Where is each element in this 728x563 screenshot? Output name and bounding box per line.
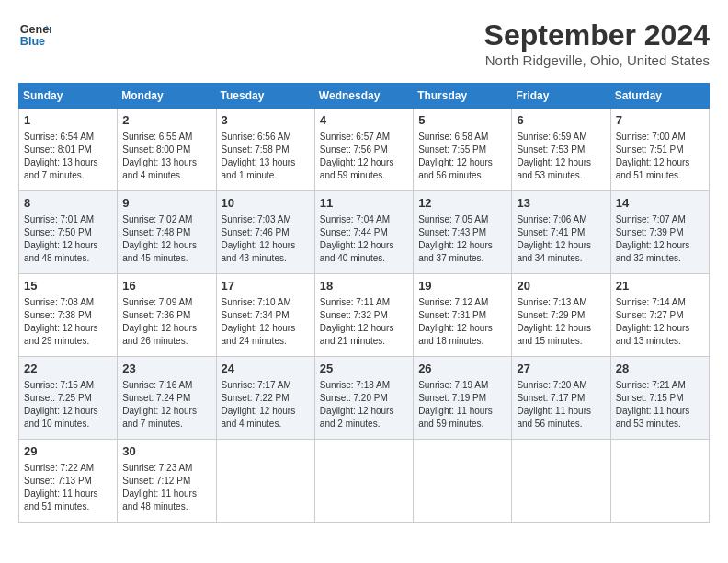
sunset-text: Sunset: 7:15 PM — [616, 393, 684, 403]
sunrise-text: Sunrise: 7:13 AM — [517, 297, 586, 307]
daylight-text: and 10 minutes. — [24, 419, 89, 429]
logo-icon: General Blue — [18, 18, 51, 52]
day-number: 20 — [517, 278, 605, 294]
day-info: Sunrise: 6:56 AMSunset: 7:58 PMDaylight:… — [222, 131, 310, 182]
daylight-text: Daylight: 13 hours — [222, 157, 296, 167]
day-info: Sunrise: 7:08 AMSunset: 7:38 PMDaylight:… — [24, 296, 112, 348]
day-info: Sunrise: 7:03 AMSunset: 7:46 PMDaylight:… — [222, 213, 310, 265]
day-number: 21 — [616, 278, 704, 294]
day-info: Sunrise: 7:11 AMSunset: 7:32 PMDaylight:… — [320, 296, 408, 348]
day-info: Sunrise: 7:18 AMSunset: 7:20 PMDaylight:… — [320, 379, 408, 431]
day-number: 28 — [616, 361, 704, 377]
day-number: 1 — [24, 112, 112, 129]
sunrise-text: Sunrise: 7:09 AM — [122, 297, 192, 307]
day-number: 9 — [122, 195, 210, 212]
calendar-cell: 20Sunrise: 7:13 AMSunset: 7:29 PMDayligh… — [512, 274, 610, 357]
day-info: Sunrise: 6:54 AMSunset: 8:01 PMDaylight:… — [24, 131, 112, 182]
day-number: 14 — [616, 195, 704, 212]
sunrise-text: Sunrise: 7:06 AM — [517, 214, 586, 224]
sunset-text: Sunset: 7:29 PM — [517, 310, 585, 320]
daylight-text: Daylight: 12 hours — [320, 406, 394, 416]
daylight-text: and 26 minutes. — [122, 336, 188, 346]
calendar-cell: 8Sunrise: 7:01 AMSunset: 7:50 PMDaylight… — [19, 191, 118, 274]
sunset-text: Sunset: 7:19 PM — [418, 393, 486, 403]
day-number: 8 — [24, 195, 112, 212]
calendar-cell: 7Sunrise: 7:00 AMSunset: 7:51 PMDaylight… — [610, 109, 709, 191]
calendar-cell: 14Sunrise: 7:07 AMSunset: 7:39 PMDayligh… — [610, 191, 709, 274]
daylight-text: Daylight: 12 hours — [418, 157, 493, 167]
day-info: Sunrise: 7:17 AMSunset: 7:22 PMDaylight:… — [222, 379, 310, 431]
daylight-text: and 21 minutes. — [320, 336, 385, 346]
calendar-cell: 21Sunrise: 7:14 AMSunset: 7:27 PMDayligh… — [610, 274, 709, 357]
day-number: 12 — [418, 195, 506, 212]
day-info: Sunrise: 7:13 AMSunset: 7:29 PMDaylight:… — [517, 296, 605, 348]
sunset-text: Sunset: 7:44 PM — [320, 227, 388, 237]
calendar-cell: 10Sunrise: 7:03 AMSunset: 7:46 PMDayligh… — [216, 191, 314, 274]
sunset-text: Sunset: 7:38 PM — [24, 310, 92, 320]
calendar-week-3: 15Sunrise: 7:08 AMSunset: 7:38 PMDayligh… — [19, 274, 710, 357]
daylight-text: Daylight: 12 hours — [517, 323, 591, 333]
day-info: Sunrise: 7:15 AMSunset: 7:25 PMDaylight:… — [24, 379, 112, 431]
sunrise-text: Sunrise: 7:03 AM — [222, 214, 291, 224]
day-info: Sunrise: 7:07 AMSunset: 7:39 PMDaylight:… — [616, 213, 704, 265]
calendar-cell: 23Sunrise: 7:16 AMSunset: 7:24 PMDayligh… — [118, 357, 216, 440]
sunset-text: Sunset: 7:48 PM — [122, 227, 190, 237]
day-info: Sunrise: 7:20 AMSunset: 7:17 PMDaylight:… — [517, 379, 605, 431]
col-header-sunday: Sunday — [19, 84, 118, 109]
sunset-text: Sunset: 8:00 PM — [122, 144, 190, 155]
daylight-text: Daylight: 12 hours — [24, 323, 98, 333]
daylight-text: Daylight: 11 hours — [418, 406, 493, 416]
sunrise-text: Sunrise: 7:23 AM — [122, 463, 192, 473]
sunrise-text: Sunrise: 7:12 AM — [418, 297, 488, 307]
sunrise-text: Sunrise: 6:55 AM — [122, 132, 192, 142]
daylight-text: Daylight: 13 hours — [122, 157, 197, 167]
day-info: Sunrise: 7:12 AMSunset: 7:31 PMDaylight:… — [418, 296, 506, 348]
day-info: Sunrise: 7:16 AMSunset: 7:24 PMDaylight:… — [122, 379, 210, 431]
calendar-cell: 2Sunrise: 6:55 AMSunset: 8:00 PMDaylight… — [118, 109, 216, 191]
calendar-week-2: 8Sunrise: 7:01 AMSunset: 7:50 PMDaylight… — [19, 191, 710, 274]
calendar-cell: 29Sunrise: 7:22 AMSunset: 7:13 PMDayligh… — [19, 440, 118, 523]
sunrise-text: Sunrise: 7:20 AM — [517, 380, 586, 390]
daylight-text: and 45 minutes. — [122, 253, 188, 263]
calendar-cell: 11Sunrise: 7:04 AMSunset: 7:44 PMDayligh… — [314, 191, 413, 274]
sunset-text: Sunset: 7:34 PM — [222, 310, 290, 320]
svg-text:Blue: Blue — [20, 35, 45, 48]
sunset-text: Sunset: 7:56 PM — [320, 144, 388, 155]
calendar-table: SundayMondayTuesdayWednesdayThursdayFrid… — [18, 83, 710, 523]
daylight-text: and 7 minutes. — [122, 419, 183, 429]
sunrise-text: Sunrise: 6:58 AM — [418, 132, 488, 142]
title-block: September 2024 North Ridgeville, Ohio, U… — [484, 18, 710, 68]
calendar-cell: 1Sunrise: 6:54 AMSunset: 8:01 PMDaylight… — [19, 109, 118, 191]
day-number: 19 — [418, 278, 506, 294]
sunset-text: Sunset: 7:55 PM — [418, 144, 486, 155]
sunrise-text: Sunrise: 7:01 AM — [24, 214, 94, 224]
day-info: Sunrise: 7:01 AMSunset: 7:50 PMDaylight:… — [24, 213, 112, 265]
calendar-cell: 19Sunrise: 7:12 AMSunset: 7:31 PMDayligh… — [414, 274, 512, 357]
sunset-text: Sunset: 7:50 PM — [24, 227, 92, 237]
sunrise-text: Sunrise: 6:57 AM — [320, 132, 390, 142]
day-number: 17 — [222, 278, 310, 294]
daylight-text: Daylight: 12 hours — [122, 323, 197, 333]
sunset-text: Sunset: 7:25 PM — [24, 393, 92, 403]
daylight-text: and 43 minutes. — [222, 253, 287, 263]
sunset-text: Sunset: 7:41 PM — [517, 227, 585, 237]
day-number: 2 — [122, 112, 210, 129]
logo: General Blue — [18, 18, 51, 52]
day-info: Sunrise: 6:59 AMSunset: 7:53 PMDaylight:… — [517, 131, 605, 182]
day-number: 23 — [122, 361, 210, 377]
sunset-text: Sunset: 7:51 PM — [616, 144, 684, 155]
daylight-text: Daylight: 12 hours — [320, 240, 394, 250]
day-info: Sunrise: 7:10 AMSunset: 7:34 PMDaylight:… — [222, 296, 310, 348]
day-number: 29 — [24, 443, 112, 460]
daylight-text: Daylight: 12 hours — [418, 323, 493, 333]
sunrise-text: Sunrise: 7:05 AM — [418, 214, 488, 224]
calendar-cell: 17Sunrise: 7:10 AMSunset: 7:34 PMDayligh… — [216, 274, 314, 357]
day-number: 11 — [320, 195, 408, 212]
sunset-text: Sunset: 7:27 PM — [616, 310, 684, 320]
day-number: 30 — [122, 443, 210, 460]
daylight-text: Daylight: 12 hours — [222, 406, 296, 416]
day-info: Sunrise: 6:57 AMSunset: 7:56 PMDaylight:… — [320, 131, 408, 182]
sunset-text: Sunset: 7:53 PM — [517, 144, 585, 155]
day-info: Sunrise: 7:06 AMSunset: 7:41 PMDaylight:… — [517, 213, 605, 265]
calendar-cell: 4Sunrise: 6:57 AMSunset: 7:56 PMDaylight… — [314, 109, 413, 191]
